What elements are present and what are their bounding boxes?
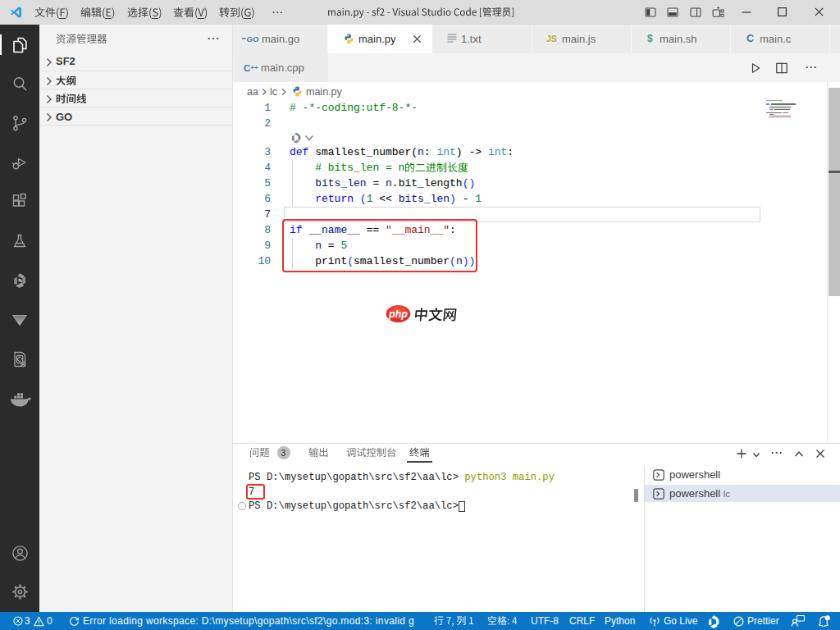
svg-text:GO: GO: [247, 34, 259, 43]
svg-text:php: php: [388, 308, 408, 320]
